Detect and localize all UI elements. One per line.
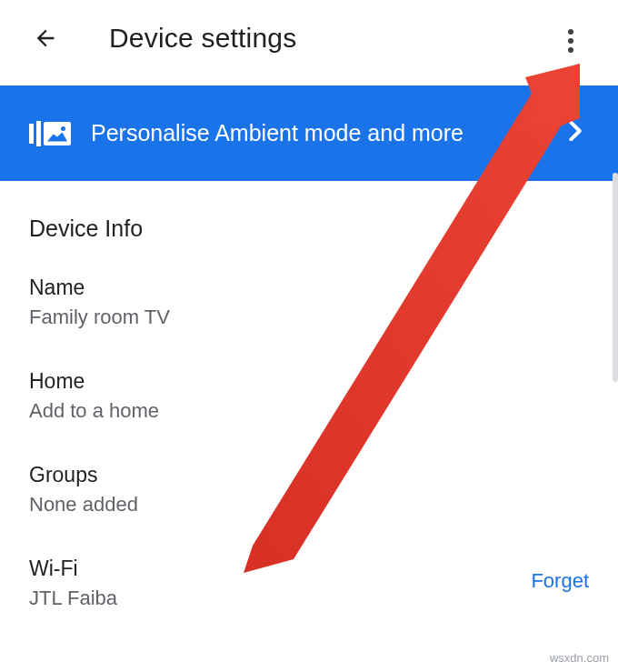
setting-label-home: Home [29,369,589,394]
setting-value-name: Family room TV [29,306,589,329]
setting-label-wifi: Wi-Fi [29,557,531,581]
setting-value-wifi: JTL Faiba [29,587,531,610]
more-menu-button[interactable] [560,27,582,55]
watermark: wsxdn.com [550,651,609,665]
setting-value-groups: None added [29,493,589,517]
ambient-mode-banner[interactable]: Personalise Ambient mode and more [0,85,618,181]
scrollbar[interactable] [613,173,618,382]
more-vert-icon [568,47,573,53]
setting-label-name: Name [29,276,589,300]
chevron-right-icon [569,121,582,145]
setting-row-groups[interactable]: Groups None added [0,443,618,537]
page-title: Device settings [109,23,296,54]
setting-label-groups: Groups [29,463,589,487]
ambient-mode-icon [29,121,71,146]
setting-row-wifi[interactable]: Wi-Fi JTL Faiba Forget [0,537,618,630]
more-vert-icon [568,38,573,44]
section-heading-device-info: Device Info [0,181,618,256]
setting-row-name[interactable]: Name Family room TV [0,256,618,349]
more-vert-icon [568,29,573,35]
setting-value-home: Add to a home [29,399,589,423]
app-header: Device settings [0,0,618,85]
setting-row-home[interactable]: Home Add to a home [0,349,618,443]
wifi-forget-button[interactable]: Forget [531,557,589,593]
arrow-left-icon [33,25,58,51]
ambient-banner-text: Personalise Ambient mode and more [91,120,560,146]
back-button[interactable] [32,25,59,52]
